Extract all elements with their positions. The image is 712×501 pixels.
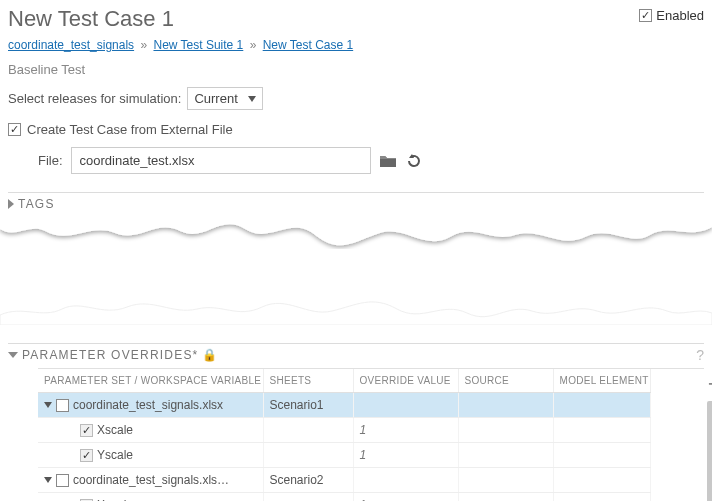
baseline-label: Baseline Test	[8, 62, 704, 77]
releases-label: Select releases for simulation:	[8, 91, 181, 106]
overrides-section-label: PARAMETER OVERRIDES*	[22, 348, 198, 362]
file-label: File:	[38, 153, 63, 168]
row-name: Yscale	[97, 448, 133, 462]
scrollbar-thumb[interactable]	[707, 401, 712, 501]
col-override[interactable]: OVERRIDE VALUE	[353, 369, 458, 393]
col-model[interactable]: MODEL ELEMENT	[553, 369, 650, 393]
tags-section-header[interactable]: TAGS	[8, 192, 704, 211]
releases-select[interactable]: Current	[187, 87, 262, 110]
breadcrumb-link-2[interactable]: New Test Case 1	[263, 38, 354, 52]
help-button[interactable]: ?	[696, 347, 704, 363]
breadcrumb-link-0[interactable]: coordinate_test_signals	[8, 38, 134, 52]
refresh-button[interactable]	[405, 153, 423, 169]
checkbox-icon	[639, 9, 652, 22]
overrides-section-header[interactable]: PARAMETER OVERRIDES* 🔒	[8, 343, 704, 362]
checkbox-icon	[8, 123, 21, 136]
create-from-file-checkbox[interactable]: Create Test Case from External File	[8, 122, 704, 137]
overrides-table: PARAMETER SET / WORKSPACE VARIABLE SHEET…	[38, 369, 651, 501]
file-input[interactable]	[71, 147, 371, 174]
add-row-button[interactable]: +	[704, 369, 712, 399]
row-sheet: Scenario2	[263, 468, 353, 493]
row-name: coordinate_test_signals.xlsx	[73, 398, 223, 412]
breadcrumb-sep: »	[250, 38, 257, 52]
row-checkbox[interactable]	[56, 474, 69, 487]
page-title: New Test Case 1	[8, 6, 174, 32]
breadcrumb-link-1[interactable]: New Test Suite 1	[153, 38, 243, 52]
enabled-label: Enabled	[656, 8, 704, 23]
content-break	[0, 215, 712, 325]
browse-button[interactable]	[379, 153, 397, 169]
breadcrumb: coordinate_test_signals » New Test Suite…	[8, 38, 704, 52]
breadcrumb-sep: »	[140, 38, 147, 52]
table-row[interactable]: coordinate_test_signals.xls… Scenario2	[38, 468, 650, 493]
row-override[interactable]: 1	[353, 493, 458, 502]
table-row[interactable]: Xscale 1	[38, 493, 650, 502]
chevron-down-icon	[248, 96, 256, 102]
expand-row-icon[interactable]	[44, 477, 52, 483]
create-from-file-label: Create Test Case from External File	[27, 122, 233, 137]
col-source[interactable]: SOURCE	[458, 369, 553, 393]
row-override[interactable]: 1	[353, 418, 458, 443]
row-sheet: Scenario1	[263, 393, 353, 418]
collapse-icon	[8, 352, 18, 358]
enabled-checkbox[interactable]: Enabled	[639, 8, 704, 23]
row-name: Xscale	[97, 423, 133, 437]
row-name: coordinate_test_signals.xls…	[73, 473, 229, 487]
row-checkbox[interactable]	[80, 424, 93, 437]
col-parameter[interactable]: PARAMETER SET / WORKSPACE VARIABLE	[38, 369, 263, 393]
table-row[interactable]: Yscale 1	[38, 443, 650, 468]
table-row[interactable]: Xscale 1	[38, 418, 650, 443]
expand-row-icon[interactable]	[44, 402, 52, 408]
releases-select-value: Current	[194, 91, 237, 106]
tags-section-label: TAGS	[18, 197, 55, 211]
expand-icon	[8, 199, 14, 209]
row-checkbox[interactable]	[80, 449, 93, 462]
table-row[interactable]: coordinate_test_signals.xlsx Scenario1	[38, 393, 650, 418]
row-checkbox[interactable]	[56, 399, 69, 412]
row-override[interactable]: 1	[353, 443, 458, 468]
lock-icon: 🔒	[202, 348, 218, 362]
col-sheets[interactable]: SHEETS	[263, 369, 353, 393]
